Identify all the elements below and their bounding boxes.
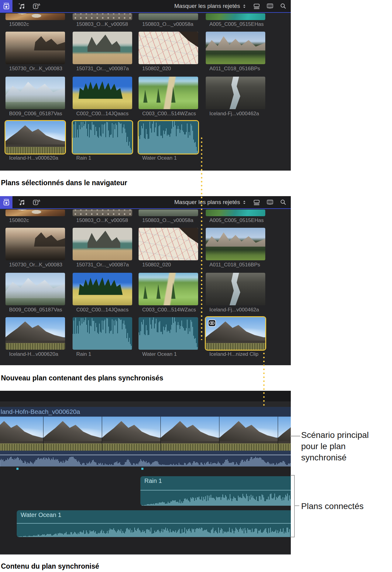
- clip-name: 150803_O..._v00058a: [142, 217, 200, 224]
- filmstrip-frame[interactable]: [219, 417, 278, 451]
- hide-rejected-filter[interactable]: Masquer les plans rejetés: [174, 199, 247, 206]
- clip-name: Water Ocean 1: [142, 351, 200, 357]
- filmstrip-frame[interactable]: [278, 417, 291, 451]
- thumbnail-art-shallow: [139, 210, 198, 216]
- clip-name: Rain 1: [76, 351, 134, 357]
- thumbnail-art-canyon: [206, 77, 265, 109]
- filmstrip-icon[interactable]: [266, 199, 273, 206]
- clip-150803-o-v00058a[interactable]: [139, 13, 198, 20]
- search-icon[interactable]: [280, 3, 287, 9]
- clip-150802c[interactable]: [5, 13, 65, 20]
- clip-a011-c018-0516bps[interactable]: [206, 32, 265, 64]
- thumbnail-art-dolomites: [206, 228, 265, 260]
- titles-icon[interactable]: T: [33, 2, 40, 10]
- clip-150731-or-v00087a[interactable]: [73, 32, 132, 64]
- clip-water-ocean-1[interactable]: [139, 317, 198, 350]
- clip-name: 150731_Or..._v00087a: [76, 66, 134, 72]
- thumbnail-art-cypress: [73, 273, 132, 305]
- thumbnail-art-snowy: [5, 77, 65, 109]
- timeline-marker[interactable]: [141, 468, 143, 470]
- media-music-icon[interactable]: [18, 199, 26, 206]
- clip-iceland-fj-v000462a[interactable]: [206, 77, 265, 109]
- clip-150803-o-v00058a[interactable]: [139, 210, 198, 216]
- clip-150802-020[interactable]: [139, 32, 198, 64]
- search-icon[interactable]: [280, 199, 287, 206]
- clip-appearance-icon[interactable]: [253, 199, 260, 206]
- clip-c002-c00-14jqaacs[interactable]: [73, 77, 132, 109]
- connected-clip-water-ocean[interactable]: Water Ocean 1: [17, 510, 291, 537]
- clip-150730-or-k-v00083[interactable]: [5, 228, 65, 260]
- filmstrip-icon[interactable]: [266, 3, 273, 10]
- thumbnail-art-canyon: [206, 273, 265, 305]
- clip-150803-o-k-v00058[interactable]: [73, 210, 132, 216]
- callout-bracket-connected-clips: [291, 475, 295, 537]
- timeline-marker[interactable]: [16, 468, 19, 470]
- primary-clip-filmstrip: [0, 417, 291, 451]
- clip-name: Iceland-H...nized Clip: [209, 351, 267, 357]
- clip-150730-or-k-v00083[interactable]: [5, 32, 65, 64]
- filmstrip-frame[interactable]: [161, 417, 219, 451]
- clip-name: Iceland-Fj...v000462a: [209, 111, 267, 117]
- clip-name: Rain 1: [76, 155, 134, 161]
- callout-line-primary-storyline: [290, 436, 300, 436]
- clip-appearance-icon[interactable]: [253, 3, 260, 10]
- clapper-star-icon[interactable]: [0, 196, 12, 208]
- titles-icon[interactable]: T: [33, 199, 40, 206]
- clip-iceland-h-v000620a[interactable]: [5, 317, 65, 350]
- clip-water-ocean-1[interactable]: [139, 121, 198, 154]
- thumbnail-art-tuscany: [139, 273, 198, 305]
- callout-primary-storyline: Scénario principal pour le plan synchron…: [301, 429, 380, 463]
- clip-rain-1[interactable]: [73, 121, 132, 154]
- clip-150803-o-k-v00058[interactable]: [73, 13, 132, 20]
- thumbnail-art-vestrahorn: [5, 121, 65, 154]
- clapper-star-icon[interactable]: [0, 0, 12, 12]
- connected-clip-title: Rain 1: [144, 477, 162, 484]
- clip-iceland-h-nized-clip[interactable]: [206, 317, 265, 350]
- clip-rain-1[interactable]: [73, 317, 132, 350]
- clip-150802c[interactable]: [5, 210, 65, 216]
- clip-name: A011_C018_0516BPs: [209, 262, 267, 268]
- clip-name: B009_C006_05187Vas: [9, 307, 67, 313]
- dotted-connector-selection-to-sync: [201, 137, 202, 340]
- hide-rejected-label: Masquer les plans rejetés: [174, 3, 240, 9]
- clip-name: 150802c: [9, 217, 67, 224]
- clip-name: A011_C018_0516BPs: [209, 66, 267, 72]
- clip-a005-c005-0515ehas[interactable]: [206, 13, 265, 20]
- thumbnail-art-rocky: [5, 32, 65, 64]
- dotted-connector-sync-to-timeline: [263, 353, 265, 407]
- clip-name: A005_C005_0515EHas: [209, 217, 267, 224]
- hide-rejected-label: Masquer les plans rejetés: [174, 199, 240, 206]
- primary-storyline-clip[interactable]: land-Hofn-Beach_v000620a: [0, 407, 291, 466]
- caption-selected-clips: Plans sélectionnés dans le navigateur: [1, 179, 127, 187]
- thumbnail-art-food: [5, 210, 65, 216]
- timeline-upper-strip: [0, 401, 291, 407]
- clip-name: 150730_Or...K_v00083: [9, 262, 67, 268]
- filmstrip-frame[interactable]: [43, 417, 102, 451]
- audio-waveform: [17, 523, 291, 537]
- clip-150731-or-v00087a[interactable]: [73, 228, 132, 260]
- browser-accent-line: [0, 208, 291, 209]
- clip-a011-c018-0516bps[interactable]: [206, 228, 265, 260]
- browser-panel-new-synced-clip: T Masquer les plans rejetés: [0, 196, 291, 365]
- clip-name: C002_C00...14JQaacs: [76, 307, 134, 313]
- filmstrip-frame[interactable]: [0, 417, 43, 451]
- connected-clip-rain[interactable]: Rain 1: [140, 476, 291, 506]
- clip-c003-c00-514wzacs[interactable]: [139, 77, 198, 109]
- primary-clip-title: land-Hofn-Beach_v000620a: [0, 407, 291, 417]
- filmstrip-frame[interactable]: [102, 417, 161, 451]
- clip-a005-c005-0515ehas[interactable]: [206, 210, 265, 216]
- callout-connected-clips: Plans connectés: [301, 501, 374, 512]
- media-music-icon[interactable]: [18, 2, 26, 10]
- clip-b009-c006-05187vas[interactable]: [5, 77, 65, 109]
- thumbnail-art-tuscany: [139, 77, 198, 109]
- clip-iceland-fj-v000462a[interactable]: [206, 273, 265, 305]
- clip-c003-c00-514wzacs[interactable]: [139, 273, 198, 305]
- thumbnail-art-map: [139, 32, 198, 64]
- clip-b009-c006-05187vas[interactable]: [5, 273, 65, 305]
- thumbnail-art-shallow: [139, 13, 198, 20]
- clip-name: 150802_020: [142, 66, 200, 72]
- clip-c002-c00-14jqaacs[interactable]: [73, 273, 132, 305]
- clip-iceland-h-v000620a[interactable]: [5, 121, 65, 154]
- clip-150802-020[interactable]: [139, 228, 198, 260]
- hide-rejected-filter[interactable]: Masquer les plans rejetés: [174, 3, 247, 9]
